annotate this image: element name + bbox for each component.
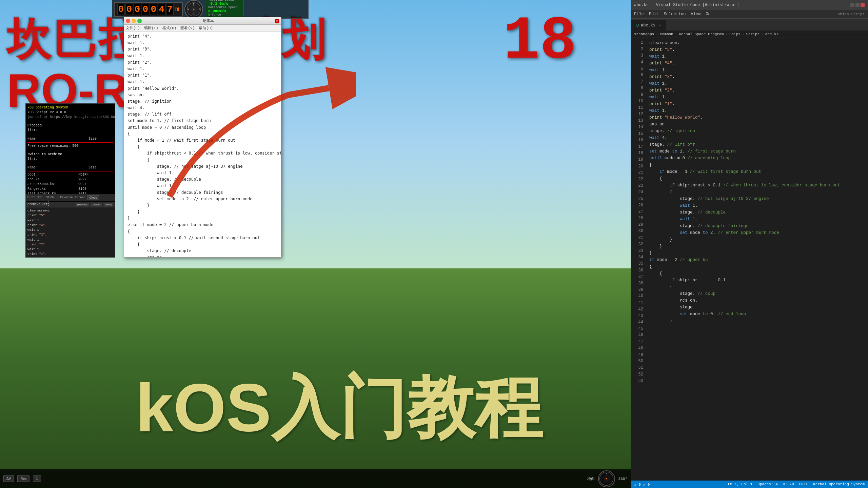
- vscode-code-39: set mode to 2. // enter upper burn mode: [649, 229, 865, 236]
- delta-v-label: ΔV: [6, 477, 11, 481]
- menu-file[interactable]: File: [634, 12, 644, 17]
- tab-close-button[interactable]: ✕: [659, 23, 661, 27]
- notepad-content[interactable]: print "4". wait 1. print "3". wait 1. pr…: [124, 32, 281, 257]
- vscode-menubar: File Edit Selection View Go Ships Script: [631, 10, 868, 19]
- notepad-menubar: 文件(F) 编辑(E) 格式(O) 查看(V) 帮助(H): [124, 25, 281, 32]
- vscode-tabs: ⬡ abc.ks ✕: [631, 19, 868, 30]
- breadcrumb-steamapps: steamapps: [634, 32, 654, 36]
- vscode-code-13: wait 1.: [649, 94, 865, 101]
- term-switch: switch to archive.: [27, 152, 113, 157]
- kos-toolbar: □ □□ □□□ 50x34 | Reverse Screen Close: [25, 194, 115, 201]
- vspeed-value: -0.3 0m/s: [208, 2, 241, 6]
- vscode-code-29: {: [649, 162, 865, 168]
- window-min-button[interactable]: [132, 19, 136, 23]
- svg-point-6: [193, 9, 195, 10]
- term-file-archer: archer5000.ks 9027: [27, 182, 113, 187]
- vscode-code-7: wait 1.: [649, 67, 865, 74]
- np-line-36: }: [127, 209, 278, 215]
- menu-format[interactable]: 格式(O): [162, 25, 177, 30]
- editor-line-6: print "4".: [27, 223, 113, 228]
- np-line-39: else if mode = 2 // upper burn mode: [127, 222, 278, 228]
- vscode-maximize[interactable]: [855, 3, 860, 7]
- vscode-code-24: stage. // lift off: [649, 141, 865, 148]
- toolbar-label: □ □□ □□□: [27, 196, 42, 199]
- toolbar-divider: |: [56, 196, 58, 199]
- vscode-code-3: print "5".: [649, 46, 865, 53]
- menu-view[interactable]: View: [691, 12, 701, 17]
- term-file-boot: boot <DIR>: [27, 172, 113, 177]
- statusbar-errors: ⚠ 0 △ 0: [634, 483, 650, 487]
- vscode-code-area[interactable]: clearscreen. print "5". wait 1. print "4…: [646, 38, 868, 481]
- menu-edit[interactable]: 编辑(E): [144, 25, 158, 30]
- vscode-code-1: clearscreen.: [649, 40, 865, 46]
- kos-docs-url: (manual at https://ksp-kos.github.io/KOS…: [27, 115, 113, 120]
- np-line-43: stage. // decouple: [127, 248, 278, 254]
- vscode-breadcrumb: steamapps › common › Kerbal Space Progra…: [631, 30, 868, 38]
- vscode-code-9: print "3".: [649, 74, 865, 80]
- vscode-code-16: wait 1.: [649, 107, 865, 114]
- save-button[interactable]: [Save]: [91, 203, 102, 206]
- digit-6: 7: [166, 4, 174, 15]
- kos-version: kOS Script v2.4.0.0: [27, 110, 113, 115]
- np-line-41: if ship:thrust < 0.1 // wait second stag…: [127, 235, 278, 241]
- hud-counter: 0 0 0 0 0 4 7 m: [114, 2, 183, 17]
- exit-button[interactable]: [Exit]: [104, 203, 113, 206]
- notepad-close-button[interactable]: ✕: [275, 19, 279, 23]
- vscode-code-37: wait 1.: [649, 216, 865, 223]
- vscode-code-45: {: [649, 263, 865, 270]
- np-line-23: until mode = 0 // ascending loop: [127, 124, 278, 131]
- menu-go[interactable]: Go: [706, 12, 710, 17]
- np-line-8: wait 1.: [127, 66, 278, 72]
- vscode-tab-abc[interactable]: ⬡ abc.ks ✕: [631, 20, 666, 30]
- vscode-code-21: stage. // ignition: [649, 128, 865, 135]
- np-line-37: }: [127, 215, 278, 222]
- vscode-code-38: stage. // decouple fairings: [649, 223, 865, 229]
- np-line-4: print "3".: [127, 46, 278, 53]
- term-list1: list.: [27, 128, 113, 133]
- vscode-code-18: print "Hellow World".: [649, 114, 865, 121]
- statusbar-line-ending: CRLF: [799, 482, 808, 486]
- menu-view[interactable]: 查看(V): [180, 25, 195, 30]
- np-line-28: {: [127, 157, 278, 163]
- vscode-code-44: if mode = 2 // upper bu: [649, 257, 865, 263]
- window-close-button[interactable]: [126, 19, 130, 23]
- menu-file[interactable]: 文件(F): [126, 25, 140, 30]
- speed-label: 地面: [587, 476, 595, 481]
- menu-help[interactable]: 帮助(H): [199, 25, 213, 30]
- vscode-code-48: {: [649, 284, 865, 290]
- vscode-code-47: if ship:thr 0.1: [649, 277, 865, 284]
- digit-4: 0: [150, 4, 157, 15]
- vscode-code-32: if ship:thrust < 0.1 // when thrust is l…: [649, 182, 865, 189]
- vscode-titlebar: abc.ks - Visual Studio Code [Administrat…: [631, 0, 868, 10]
- svg-text:N: N: [606, 472, 607, 475]
- term-file-abc: abc.ks 9027: [27, 177, 113, 182]
- breadcrumb-common: common: [660, 32, 673, 36]
- delta-v-button[interactable]: ΔV: [3, 475, 14, 482]
- vscode-line-numbers: 12345 678910 1112131415 1617181920 21222…: [631, 38, 646, 481]
- editor-line-13: wait 1.: [27, 247, 113, 252]
- rec-button[interactable]: Rec: [17, 475, 29, 482]
- heading-label: 360°: [618, 477, 627, 481]
- menu-edit[interactable]: Edit: [649, 12, 659, 17]
- np-line-2: wait 1.: [127, 40, 278, 46]
- window-max-button[interactable]: [137, 19, 142, 23]
- digit-3: 0: [142, 4, 149, 15]
- reload-button[interactable]: [Reload]: [76, 203, 89, 206]
- menu-selection[interactable]: Selection: [664, 12, 686, 17]
- vscode-close[interactable]: [861, 3, 865, 7]
- throttle-button[interactable]: 1: [33, 475, 41, 482]
- close-button[interactable]: Close: [87, 195, 99, 200]
- vscode-code-41: }: [649, 243, 865, 250]
- vscode-code-12: print "2".: [649, 87, 865, 94]
- toolbar-screen: 50x34: [45, 196, 55, 199]
- vscode-code-53: }: [649, 318, 865, 324]
- tab-name: abc.ks: [641, 23, 655, 28]
- breadcrumb-ksp: Kerbal Space Program: [679, 32, 724, 36]
- digit-0: 0: [117, 4, 125, 15]
- statusbar-encoding: UTF-8: [783, 482, 794, 486]
- np-line-13: print "Hellow World".: [127, 85, 278, 92]
- editor-line-15: print "1".: [27, 252, 113, 257]
- ships-script-label: Ships Script: [838, 12, 865, 16]
- vscode-minimize[interactable]: [850, 3, 854, 7]
- np-line-40: {: [127, 228, 278, 235]
